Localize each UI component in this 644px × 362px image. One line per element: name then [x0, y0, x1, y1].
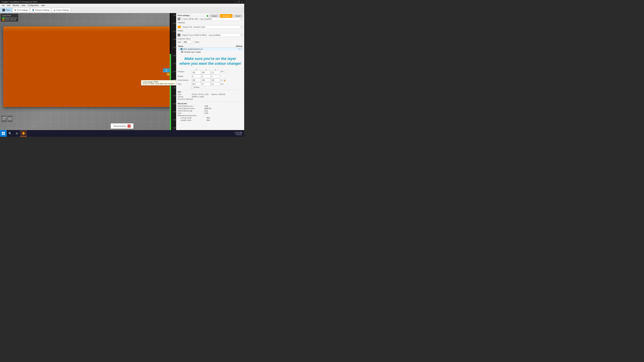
- editing-column-header: Editing: [228, 45, 243, 48]
- start-button[interactable]: [0, 130, 7, 137]
- rotate-y[interactable]: [201, 75, 210, 78]
- scale-y[interactable]: [201, 78, 210, 82]
- brim-check: Brim:: [192, 41, 200, 43]
- plater-button[interactable]: ⬛ Plater: [1, 8, 12, 12]
- sliced-filament-g-val: 6.11: [204, 110, 208, 112]
- task-view-button[interactable]: ⧉: [14, 130, 20, 137]
- position-x[interactable]: [192, 71, 201, 74]
- lock-scale-button[interactable]: 🔒: [223, 79, 226, 81]
- eye-icon[interactable]: 👁: [238, 48, 240, 50]
- filament-settings-button[interactable]: 🧵 Filament Settings: [30, 8, 51, 12]
- menu-bar: File Edit Window View Configuration Help: [0, 4, 244, 7]
- position-y[interactable]: [201, 71, 210, 74]
- x-header: X: [192, 69, 201, 71]
- ruler-mark-120: 1.20: [172, 87, 176, 88]
- menu-configuration[interactable]: Configuration: [27, 4, 40, 7]
- windows-icon: [2, 132, 5, 135]
- rotate-z[interactable]: [211, 75, 220, 78]
- info-volume-value: 4565.86: [218, 93, 225, 95]
- expand-arrow[interactable]: ▼: [178, 48, 180, 50]
- size-row: Size: mm: [178, 82, 243, 86]
- 3d-view-button[interactable]: [1, 116, 6, 122]
- object-table: Name Editing ▼ GFA_BrailleTestPrint.stl …: [178, 45, 243, 53]
- name-column-header: Name: [178, 45, 228, 48]
- svg-rect-13: [4, 134, 5, 135]
- advanced-mode-button[interactable]: Advanced: [220, 14, 232, 18]
- printer-label: Printer :: [178, 30, 187, 32]
- supports-line: Supports: None: [178, 38, 243, 40]
- ruler-mark-162: 1.62: [172, 71, 176, 72]
- prusa-slicer-taskbar-button[interactable]: 🔶: [20, 130, 27, 137]
- brim-label: Brim:: [196, 41, 200, 43]
- filament-dropdown-arrow: ▼: [240, 26, 242, 28]
- position-z[interactable]: [211, 71, 220, 74]
- size-y[interactable]: [201, 82, 210, 86]
- ruler-mark-080: 0.80: [172, 103, 176, 105]
- object-row[interactable]: ▼ GFA_BrailleTestPrint.stl 👁 ✏: [178, 48, 243, 51]
- system-clock[interactable]: 11:05 AM 1/1/2022: [232, 132, 244, 135]
- size-z[interactable]: [211, 82, 220, 86]
- y-header: Y: [201, 69, 210, 71]
- filament-dropdown[interactable]: Generic PLA - NozzleX Cooler ▼: [182, 25, 243, 29]
- ruler-mark-171: 1.71: [172, 63, 176, 64]
- sliced-normal-label: - normal mode: [180, 117, 206, 119]
- title-bar: *Untitled - PrusaSlicer-2.4.0 based on S…: [0, 0, 244, 4]
- above-swatch: [2, 17, 4, 19]
- sliced-est-time-row: Estimated printing time:: [178, 114, 243, 116]
- sliced-cost-row: Cost 0.16: [178, 112, 243, 114]
- size-inputs: [192, 82, 220, 86]
- reset-position-button[interactable]: ↑: [224, 70, 227, 73]
- sliced-filament-mm3-row: Used Filament (mm³) 4926.25: [178, 107, 243, 109]
- restore-button[interactable]: ❐: [238, 1, 240, 3]
- menu-file[interactable]: File: [1, 4, 6, 7]
- date-display: 1/1/2022: [236, 134, 242, 135]
- info-errors: No errors detected: [178, 98, 193, 100]
- layer-view-button[interactable]: [8, 116, 12, 122]
- edit-icon[interactable]: ✏: [240, 48, 242, 50]
- position-unit: mm: [221, 70, 224, 72]
- scale-z[interactable]: [211, 78, 220, 82]
- rotate-x[interactable]: [192, 75, 201, 78]
- menu-window[interactable]: Window: [12, 4, 20, 7]
- close-notification-button[interactable]: ✕: [128, 124, 131, 128]
- print-settings-button[interactable]: ⚙ Print Settings: [13, 8, 30, 12]
- info-size-label: Size:: [178, 93, 191, 95]
- right-panel: Print settings : ⚙ 0.10mm DETAIL MK3 - C…: [176, 13, 244, 137]
- svg-rect-6: [8, 120, 12, 120]
- menu-help[interactable]: Help: [40, 4, 46, 7]
- layer-indicator[interactable]: 1.57 (8) ⚙: [163, 68, 170, 76]
- brim-checkbox[interactable]: [192, 41, 195, 43]
- close-button[interactable]: ✕: [241, 1, 243, 3]
- printer-selector-row: 🖨 Original Prusa i3 MK3S & MK3S+ - Copy …: [178, 33, 243, 37]
- menu-view[interactable]: View: [20, 4, 26, 7]
- scale-y-col: [201, 78, 210, 82]
- info-errors-row: No errors detected: [178, 98, 243, 100]
- printer-settings-icon: 🖨: [53, 9, 56, 11]
- size-x[interactable]: [192, 82, 201, 86]
- layer-height-row[interactable]: Variable layer height: [178, 51, 243, 53]
- minimize-button[interactable]: ─: [235, 1, 237, 3]
- plater-label: Plater: [6, 9, 10, 11]
- layer-settings-button[interactable]: ⚙: [167, 73, 170, 76]
- scale-x[interactable]: [192, 78, 201, 82]
- menu-edit[interactable]: Edit: [6, 4, 11, 7]
- 3d-viewport[interactable]: Color Print above 1.57 mm up to 1.40 mm …: [0, 13, 176, 130]
- infill-input[interactable]: [183, 40, 191, 44]
- layer-height-edit-cell: [228, 51, 243, 53]
- info-size-value: 64.30 x 47.00 x 2.40: [192, 93, 208, 95]
- rotate-inputs: [192, 75, 220, 78]
- printer-dropdown[interactable]: Original Prusa i3 MK3S & MK3S+ - Copy (m…: [181, 33, 243, 37]
- sliced-stealth-val: 34m: [206, 119, 210, 121]
- search-button[interactable]: 🔍: [7, 130, 14, 137]
- z-header: Z: [211, 69, 220, 71]
- expert-mode-button[interactable]: Expert: [233, 14, 243, 18]
- simple-mode-button[interactable]: Simple: [209, 14, 219, 18]
- printer-settings-label: Printer Settings: [56, 9, 69, 11]
- svg-rect-4: [8, 118, 12, 118]
- nav-cube[interactable]: [1, 116, 8, 122]
- size-z-col: [211, 82, 220, 86]
- inches-checkbox[interactable]: [191, 86, 193, 88]
- window-controls: ─ ❐ ✕: [235, 1, 243, 3]
- printer-settings-button[interactable]: 🖨 Printer Settings: [52, 8, 70, 12]
- size-label: Size:: [178, 83, 191, 85]
